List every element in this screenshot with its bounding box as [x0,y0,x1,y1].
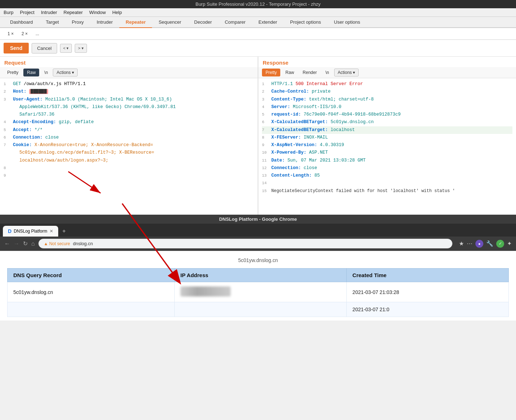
dns-ip-cell-2 [175,302,347,317]
sub-tabs: 1 × 2 × ... [0,28,516,40]
prev-nav-button[interactable]: < ▾ [60,44,72,53]
response-panel: Response Pretty Raw Render \n Actions ▾ … [258,57,516,215]
address-url-text: dnslog.cn [73,241,93,246]
chrome-tabs-bar: D DNSLog Platform ✕ + [0,224,516,237]
response-actions-dropdown[interactable]: Actions ▾ [334,69,359,76]
toolbar: Send Cancel < ▾ > ▾ [0,40,516,57]
dns-row-1: 5c01yw.dnslog.cn 2021-03-07 21:03:28 [8,282,509,302]
extension-icon-2[interactable]: ● [475,240,483,248]
tab-dashboard[interactable]: Dashboard [4,17,40,28]
menu-bar: Burp Project Intruder Repeater Window He… [0,8,516,17]
dns-query-cell-1: 5c01yw.dnslog.cn [8,282,175,302]
extension-icon-1[interactable]: ⋯ [467,240,473,247]
tab-user-options[interactable]: User options [327,17,367,28]
tab-intruder[interactable]: Intruder [90,17,119,28]
menu-repeater[interactable]: Repeater [64,10,83,15]
tab-extender[interactable]: Extender [252,17,284,28]
tab-comparer[interactable]: Comparer [218,17,252,28]
chrome-tab-label: DNSLog Platform [14,229,47,234]
home-button[interactable]: ⌂ [31,241,35,247]
security-warning-icon: ▲ Not secure [44,241,70,246]
sub-tab-2[interactable]: 2 × [18,30,32,38]
address-input[interactable]: ▲ Not secure dnslog.cn [38,239,452,248]
menu-intruder[interactable]: Intruder [41,10,57,15]
sub-tab-1[interactable]: 1 × [4,30,18,38]
chrome-active-tab[interactable]: D DNSLog Platform ✕ [3,226,58,237]
dns-table: DNS Query Record IP Address Created Time… [7,268,509,317]
response-raw-btn[interactable]: Raw [282,69,298,76]
request-raw-btn[interactable]: Raw [23,69,39,76]
response-code-area: 1HTTP/1.1 500 Internal Server Error 2Cac… [258,78,516,215]
chrome-actions-bar: ★ ⋯ ● 🔧 ✓ ✦ [459,240,512,248]
request-code-area: 1GET /owa/auth/x.js HTTP/1.1 2Host: ████… [0,78,258,215]
next-nav-button[interactable]: > ▾ [75,44,87,53]
back-button[interactable]: ← [4,241,10,247]
response-ln-btn[interactable]: \n [322,69,333,76]
tab-target[interactable]: Target [40,17,65,28]
dns-row-2: 2021-03-07 21:0 [8,302,509,317]
request-panel: Request Pretty Raw \n Actions ▾ 1GET /ow… [0,57,258,215]
menu-window[interactable]: Window [89,10,106,15]
tab-project-options[interactable]: Project options [284,17,327,28]
extensions-menu-icon[interactable]: ✦ [507,240,512,247]
response-panel-header: Response [258,57,516,67]
burp-panels: Request Pretty Raw \n Actions ▾ 1GET /ow… [0,57,516,215]
forward-button[interactable]: → [14,241,19,247]
chrome-tab-close-icon[interactable]: ✕ [50,229,53,234]
bookmark-icon[interactable]: ★ [459,240,464,247]
dns-content: 5c01yw.dnslog.cn DNS Query Record IP Add… [0,251,516,321]
title-bar: Burp Suite Professional v2020.12 - Tempo… [0,0,516,8]
request-actions-dropdown[interactable]: Actions ▾ [53,69,77,76]
dns-ip-cell-1 [175,282,347,302]
tab-repeater[interactable]: Repeater [119,17,152,28]
request-pretty-btn[interactable]: Pretty [4,69,22,76]
dns-col-ip: IP Address [175,269,347,282]
chrome-address-bar: ← → ↻ ⌂ ▲ Not secure dnslog.cn ★ ⋯ ● 🔧 ✓… [0,237,516,251]
dns-time-cell-2: 2021-03-07 21:0 [346,302,508,317]
response-panel-toolbar: Pretty Raw Render \n Actions ▾ [258,67,516,78]
new-tab-button[interactable]: + [60,227,69,236]
sub-tab-more[interactable]: ... [32,30,43,38]
response-render-btn[interactable]: Render [299,69,320,76]
dns-col-time: Created Time [346,269,508,282]
chrome-title-bar: DNSLog Platform - Google Chrome [0,215,516,224]
request-panel-header: Request [0,57,258,67]
menu-burp[interactable]: Burp [4,10,13,15]
dns-time-cell-1: 2021-03-07 21:03:28 [346,282,508,302]
chrome-tab-favicon: D [8,228,11,234]
dns-query-cell-2 [8,302,175,317]
dns-col-query: DNS Query Record [8,269,175,282]
extension-icon-4[interactable]: ✓ [496,240,504,248]
request-ln-btn[interactable]: \n [41,69,51,76]
tab-decoder[interactable]: Decoder [188,17,218,28]
tab-sequencer[interactable]: Sequencer [152,17,188,28]
nav-tabs: Dashboard Target Proxy Intruder Repeater… [0,17,516,28]
dns-domain-display: 5c01yw.dnslog.cn [7,255,509,266]
reload-button[interactable]: ↻ [23,240,28,247]
chrome-window: DNSLog Platform - Google Chrome D DNSLog… [0,215,516,321]
tab-proxy[interactable]: Proxy [65,17,90,28]
menu-help[interactable]: Help [112,10,122,15]
menu-project[interactable]: Project [20,10,34,15]
cancel-button[interactable]: Cancel [32,43,57,53]
blurred-ip-1 [180,286,231,297]
request-panel-toolbar: Pretty Raw \n Actions ▾ [0,67,258,78]
send-button[interactable]: Send [4,43,29,53]
response-pretty-btn[interactable]: Pretty [262,69,280,76]
extension-icon-3[interactable]: 🔧 [486,240,493,247]
